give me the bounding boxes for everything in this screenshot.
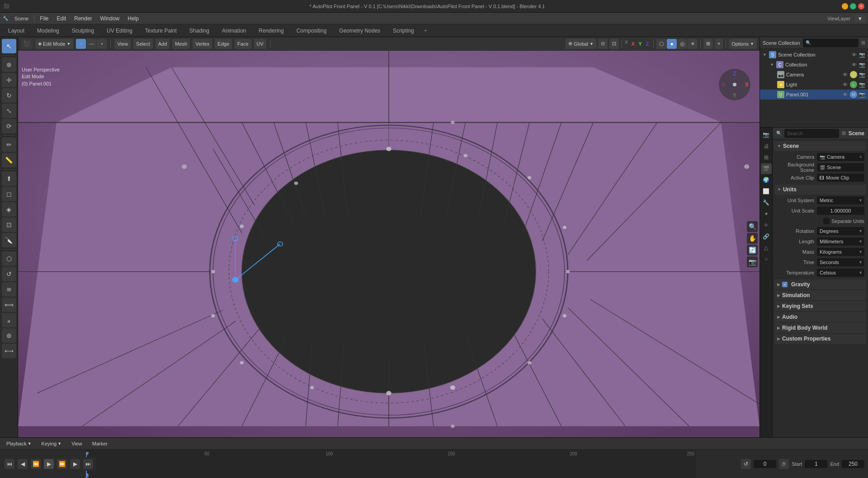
view-layer-btn[interactable]: ▼ <box>855 15 865 22</box>
tab-uv-editing[interactable]: UV Editing <box>100 26 139 36</box>
shear-tool[interactable]: ⧡ <box>2 313 16 327</box>
jump-to-end-btn[interactable]: ⏭ <box>83 459 93 469</box>
jump-to-start-btn[interactable]: ⏮ <box>5 459 14 469</box>
time-value[interactable]: Seconds ▼ <box>817 258 864 266</box>
keying-sets-section-header[interactable]: ▶ Keying Sets <box>774 301 866 311</box>
units-section-header[interactable]: ▼ Units <box>774 185 866 194</box>
outliner-row-camera[interactable]: 📷 Camera 👁 C 📷 <box>760 70 868 80</box>
orbit-icon[interactable]: 🔄 <box>747 245 758 256</box>
tab-modeling[interactable]: Modeling <box>31 26 66 36</box>
cursor-tool[interactable]: ⊕ <box>2 57 16 72</box>
gizmo-y-neg[interactable]: Y <box>733 92 736 99</box>
rotate-tool[interactable]: ↻ <box>2 88 16 103</box>
add-workspace-button[interactable]: + <box>420 26 431 36</box>
gizmo-circle[interactable]: Z Y X ·X <box>719 69 750 100</box>
slide-tool[interactable]: ⟺ <box>2 298 16 312</box>
camera-view-icon[interactable]: 📷 <box>747 256 758 267</box>
mass-value[interactable]: Kilograms ▼ <box>817 248 864 256</box>
tab-compositing[interactable]: Compositing <box>290 26 333 36</box>
material-props-btn[interactable]: ○ <box>761 254 772 265</box>
start-frame-field[interactable]: 1 <box>805 460 827 468</box>
outliner-row-scene-collection[interactable]: ▼ S Scene Collection 👁 📷 <box>760 50 868 60</box>
snap-btn[interactable]: ⊡ <box>609 39 619 49</box>
move-tool[interactable]: ✛ <box>2 73 16 87</box>
menu-render[interactable]: Render <box>71 14 95 23</box>
light-render-icon[interactable]: 📷 <box>859 81 865 88</box>
uv-menu-btn[interactable]: UV <box>254 39 266 49</box>
vertex-select-btn[interactable]: · <box>76 39 86 49</box>
gizmo-widget[interactable]: Z Y X ·X <box>719 69 755 105</box>
inset-tool[interactable]: ◻ <box>2 187 16 201</box>
current-frame-field[interactable]: 0 <box>754 460 776 468</box>
panel-eye-icon[interactable]: 👁 <box>842 91 848 98</box>
temperature-value[interactable]: Celsius ▼ <box>817 269 864 277</box>
edit-mode-selector[interactable]: ◈ Edit Mode ▼ <box>35 39 73 49</box>
data-props-btn[interactable]: △ <box>761 242 772 253</box>
spin-tool[interactable]: ↺ <box>2 267 16 281</box>
outliner-row-light[interactable]: ☀ Light 👁 L 📷 <box>760 80 868 90</box>
solid-mode-btn[interactable]: ● <box>667 39 677 49</box>
separate-units-checkbox[interactable] <box>823 218 830 224</box>
tab-geometry-nodes[interactable]: Geometry Nodes <box>333 26 387 36</box>
panel-data-icon[interactable]: M <box>850 91 857 98</box>
length-value[interactable]: Millimeters ▼ <box>817 237 864 246</box>
camera-render-icon[interactable]: 📷 <box>859 71 865 78</box>
view-layer-props-btn[interactable]: ⊞ <box>761 152 772 163</box>
gizmo-x-axis[interactable]: X <box>745 81 749 88</box>
frame-indicator[interactable] <box>86 473 89 478</box>
poly-build-tool[interactable]: ⬡ <box>2 251 16 266</box>
playback-btn[interactable]: Playback ▼ <box>3 440 35 447</box>
particles-props-btn[interactable]: ✦ <box>761 208 772 219</box>
tab-shading[interactable]: Shading <box>183 26 216 36</box>
timeline-scrubber[interactable]: 0 50 100 150 200 250 <box>86 450 696 478</box>
x-axis-btn[interactable]: X <box>630 39 636 48</box>
physics-props-btn[interactable]: ⚛ <box>761 220 772 231</box>
modifier-props-btn[interactable]: 🔧 <box>761 197 772 208</box>
transform-orientation-btn[interactable]: ⊕ Global ▼ <box>566 39 596 49</box>
outliner-search[interactable]: 🔍 <box>803 38 859 47</box>
camera-prop-value[interactable]: 📷 Camera ✕ <box>817 153 864 161</box>
shrink-tool[interactable]: ⊛ <box>2 328 16 343</box>
zoom-icon[interactable]: 🔍 <box>747 221 758 232</box>
keying-btn[interactable]: Keying ▼ <box>38 440 66 447</box>
jump-forward-btn[interactable]: ▶ <box>70 459 80 469</box>
gizmo-z-axis[interactable]: Z <box>733 71 736 77</box>
gravity-section-header[interactable]: ▶ ✓ Gravity <box>774 279 866 289</box>
tab-scripting[interactable]: Scripting <box>387 26 420 36</box>
object-props-btn[interactable]: ⬜ <box>761 186 772 197</box>
y-axis-btn[interactable]: Y <box>637 39 643 48</box>
editor-type-btn[interactable]: ⬛ <box>21 39 33 49</box>
annotate-tool[interactable]: ✏ <box>2 137 16 152</box>
view-menu-btn[interactable]: View <box>114 39 131 49</box>
viewport-3d[interactable]: ⬛ ◈ Edit Mode ▼ · — ▪ View Select <box>18 37 760 437</box>
collection-render-icon[interactable]: 📷 <box>859 62 865 68</box>
knife-tool[interactable]: 🔪 <box>2 233 16 247</box>
simulation-section-header[interactable]: ▶ Simulation <box>774 290 866 300</box>
world-props-btn[interactable]: 🌍 <box>761 175 772 185</box>
collection-expand-arrow[interactable]: ▼ <box>770 62 774 67</box>
menu-window[interactable]: Window <box>97 14 123 23</box>
menu-edit[interactable]: Edit <box>53 14 70 23</box>
output-props-btn[interactable]: 🖨 <box>761 141 772 151</box>
add-menu-btn[interactable]: Add <box>156 39 170 49</box>
menu-help[interactable]: Help <box>124 14 142 23</box>
tl-view-btn[interactable]: View <box>68 440 86 447</box>
close-button[interactable]: ✕ <box>858 3 864 9</box>
light-eye-icon[interactable]: 👁 <box>842 81 848 88</box>
scene-selector[interactable]: Scene <box>11 15 32 22</box>
gizmos-btn[interactable]: ⌖ <box>715 39 723 49</box>
select-tool[interactable]: ↖ <box>2 39 16 53</box>
wireframe-mode-btn[interactable]: ⬡ <box>656 39 666 49</box>
expand-arrow[interactable]: ▼ <box>763 52 767 57</box>
tab-texture-paint[interactable]: Texture Paint <box>139 26 183 36</box>
menu-file[interactable]: File <box>36 14 52 23</box>
render-icon[interactable]: 📷 <box>859 52 865 58</box>
outliner-row-panel[interactable]: ▽ Panel.001 👁 M 📷 <box>760 90 868 99</box>
overlays-btn[interactable]: ⊞ <box>703 39 713 49</box>
measure-tool[interactable]: 📏 <box>2 153 16 167</box>
maximize-button[interactable]: □ <box>850 3 856 9</box>
rotation-value[interactable]: Degrees ▼ <box>817 227 864 235</box>
custom-props-section-header[interactable]: ▶ Custom Properties <box>774 334 866 344</box>
transform-tool[interactable]: ⟳ <box>2 119 16 133</box>
pan-icon[interactable]: ✋ <box>747 233 758 244</box>
